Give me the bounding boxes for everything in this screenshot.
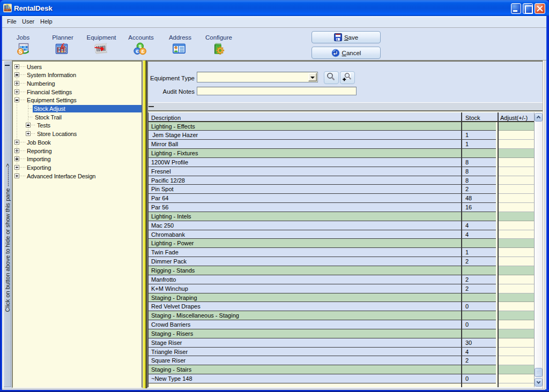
svg-text:£: £ bbox=[142, 48, 145, 54]
svg-text:€: € bbox=[136, 48, 139, 54]
svg-text:S: S bbox=[19, 49, 23, 55]
